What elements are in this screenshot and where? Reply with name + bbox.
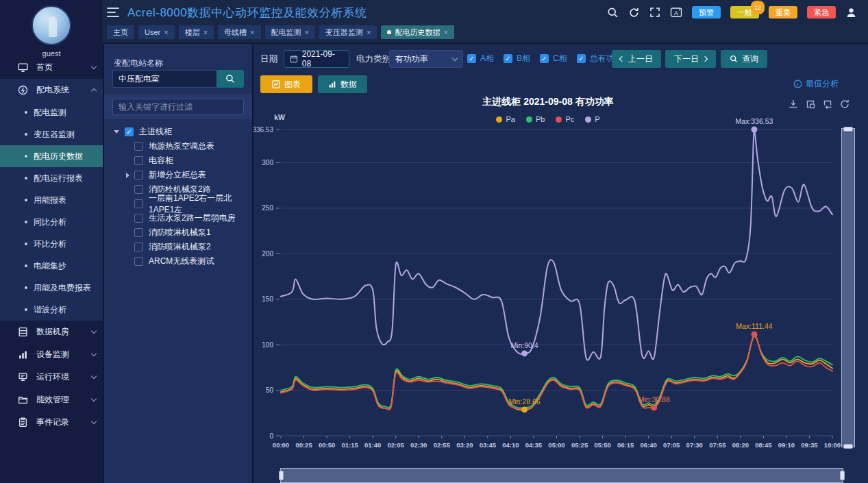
refresh-icon[interactable]	[628, 7, 640, 18]
sidebar-menu: 首页 配电系统 配电监测 变压器监测 配电历史数据 配电运行报表 用能报表 同比…	[0, 56, 103, 434]
max-analysis-link[interactable]: 最值分析	[793, 78, 839, 90]
tab-bar: 主页 User× 楼层× 母线槽× 配电监测× 变压器监测× 配电历史数据×	[103, 25, 868, 42]
svg-text:336.53: 336.53	[253, 126, 273, 134]
svg-text:100: 100	[262, 341, 273, 349]
folder-icon	[18, 395, 28, 405]
sidebar-item-energy-report[interactable]: 用能报表	[0, 189, 103, 211]
svg-text:150: 150	[262, 295, 273, 303]
tree-node-water-pump[interactable]: 生活水泵2路一层弱电房	[104, 211, 252, 225]
checkbox[interactable]	[134, 257, 143, 266]
station-panel: 变配电站名称 ✓ 主进线柜 地源热泵空调总表	[104, 44, 252, 483]
checkbox[interactable]	[134, 142, 143, 151]
tree-node-capacitor-cabinet[interactable]: 电容柜	[104, 153, 252, 168]
sidebar-group-energy-management[interactable]: 能效管理	[0, 388, 103, 411]
tree-filter-input[interactable]	[112, 99, 244, 115]
query-button[interactable]: 查询	[721, 50, 767, 68]
close-icon[interactable]: ×	[367, 28, 371, 36]
tree-node-arcm-wireless-test[interactable]: ARCM无线表测试	[104, 254, 252, 269]
next-day-button[interactable]: 下一日	[665, 50, 716, 68]
avatar[interactable]	[32, 5, 71, 45]
checkbox[interactable]	[134, 156, 143, 165]
close-icon[interactable]: ×	[443, 28, 447, 36]
chevron-right-icon	[702, 56, 708, 62]
slider-handle[interactable]	[840, 471, 845, 480]
sidebar-item-yoy-analysis[interactable]: 同比分析	[0, 211, 103, 233]
sidebar-item-distribution-history[interactable]: 配电历史数据	[0, 145, 103, 167]
tree-node-new-cabinet-meter[interactable]: 新增分立柜总表	[104, 168, 252, 182]
station-search-button[interactable]	[216, 70, 244, 88]
station-input[interactable]	[112, 70, 216, 88]
tree-node-sprinkler-pump-1[interactable]: 消防喷淋机械泵1	[104, 225, 252, 240]
close-icon[interactable]: ×	[305, 28, 309, 36]
menu-toggle-icon[interactable]	[107, 8, 119, 17]
data-view-button[interactable]: 数据	[318, 75, 367, 93]
chevron-down-icon	[91, 351, 97, 356]
tab-user[interactable]: User×	[138, 25, 175, 39]
chevron-down-icon	[91, 64, 97, 69]
translate-icon[interactable]: A	[670, 7, 682, 18]
tab-busway[interactable]: 母线槽×	[218, 25, 260, 39]
slider-handle[interactable]	[279, 471, 284, 480]
svg-text:03:45: 03:45	[480, 441, 497, 449]
x-datazoom-slider[interactable]	[280, 468, 843, 483]
prev-day-button[interactable]: 上一日	[612, 50, 661, 68]
checkbox-phase-b[interactable]: ✓B相	[504, 53, 530, 64]
sidebar-item-mom-analysis[interactable]: 环比分析	[0, 233, 103, 255]
sidebar-group-power-distribution[interactable]: 配电系统	[0, 79, 103, 101]
chevron-down-icon	[91, 419, 97, 424]
checkbox[interactable]	[134, 243, 143, 251]
checkbox[interactable]	[134, 199, 143, 208]
search-icon	[730, 55, 738, 63]
slider-handle[interactable]	[843, 127, 853, 132]
sidebar-item-distribution-report[interactable]: 配电运行报表	[0, 167, 103, 189]
caret-down-icon[interactable]	[114, 130, 119, 134]
tab-transformer-monitoring[interactable]: 变压器监测×	[319, 25, 377, 39]
close-icon[interactable]: ×	[250, 28, 254, 36]
y-datazoom-slider[interactable]	[841, 128, 855, 447]
search-icon[interactable]	[607, 7, 619, 18]
sidebar-item-harmonic-analysis[interactable]: 谐波分析	[0, 299, 103, 321]
date-input[interactable]: 2021-09-08	[284, 50, 349, 68]
slider-handle[interactable]	[843, 444, 853, 449]
tab-home[interactable]: 主页	[107, 25, 134, 39]
chart-view-button[interactable]: 图表	[260, 75, 312, 93]
tab-floor[interactable]: 楼层×	[179, 25, 214, 39]
fullscreen-icon[interactable]	[649, 7, 660, 18]
tree-node-heat-pump-meter[interactable]: 地源热泵空调总表	[104, 139, 252, 153]
checkbox-checked[interactable]: ✓	[125, 127, 134, 136]
close-icon[interactable]: ×	[164, 28, 168, 36]
alarm-general-button[interactable]: 一般12	[730, 6, 759, 18]
tree-node-sprinkler-pump-2[interactable]: 消防喷淋机械泵2	[104, 240, 252, 254]
tree-node-floor1-ape[interactable]: 一层南1APE2右一层北1APE1左	[104, 197, 252, 211]
device-tree: ✓ 主进线柜 地源热泵空调总表 电容柜 新增分立柜总表 消防栓机械泵2路 一层南…	[104, 125, 252, 269]
caret-right-icon[interactable]	[126, 173, 129, 178]
tree-node-main-incoming[interactable]: ✓ 主进线柜	[104, 125, 252, 139]
checkbox[interactable]	[134, 185, 143, 194]
user-icon[interactable]	[845, 7, 857, 18]
sidebar-item-transformer-monitoring[interactable]: 变压器监测	[0, 123, 103, 145]
app-window: guest 首页 配电系统 配电监测 变压器监测 配电历史数据 配电运行报表 用…	[0, 0, 868, 483]
checkbox[interactable]	[134, 214, 143, 223]
sidebar-group-environment[interactable]: 运行环境	[0, 366, 103, 388]
alarm-critical-button[interactable]: 紧急	[807, 6, 836, 18]
checkbox-phase-c[interactable]: ✓C相	[540, 53, 567, 64]
sidebar-item-meter-reading[interactable]: 电能集抄	[0, 255, 103, 277]
alarm-warning-button[interactable]: 预警	[692, 6, 721, 18]
checkbox-phase-a[interactable]: ✓A相	[467, 53, 494, 64]
sidebar-item-distribution-monitoring[interactable]: 配电监测	[0, 101, 103, 123]
category-select[interactable]: 有功功率	[389, 50, 463, 68]
alarm-important-button[interactable]: 重要	[769, 6, 797, 18]
tab-distribution-history[interactable]: 配电历史数据×	[381, 25, 454, 39]
sidebar-group-event-log[interactable]: 事件记录	[0, 411, 103, 434]
svg-text:Min:30.88: Min:30.88	[638, 395, 670, 404]
tab-distribution-monitoring[interactable]: 配电监测×	[265, 25, 315, 39]
sidebar-group-home[interactable]: 首页	[0, 56, 103, 79]
sidebar-group-data-room[interactable]: 数据机房	[0, 321, 103, 343]
checkbox[interactable]	[134, 228, 143, 237]
svg-text:250: 250	[262, 204, 273, 212]
sidebar-item-energy-cost-report[interactable]: 用能及电费报表	[0, 277, 103, 299]
sidebar-group-device-monitoring[interactable]: 设备监测	[0, 343, 103, 366]
close-icon[interactable]: ×	[203, 28, 208, 36]
checkbox[interactable]	[134, 171, 143, 179]
category-label: 电力类别	[356, 53, 390, 65]
